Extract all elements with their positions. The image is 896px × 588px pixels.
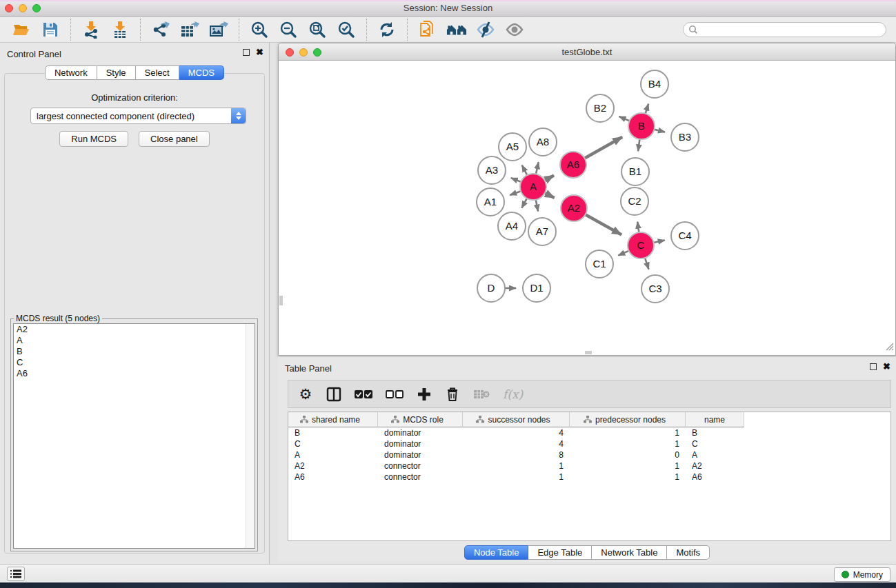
network-window-title: testGlobe.txt — [279, 47, 895, 57]
column-header-successor-nodes[interactable]: successor nodes — [463, 412, 570, 427]
node-table[interactable]: shared nameMCDS rolesuccessor nodesprede… — [288, 412, 891, 541]
column-header-MCDS-role[interactable]: MCDS role — [378, 412, 463, 427]
zoom-fit-icon[interactable] — [307, 19, 328, 40]
optimization-criterion-select[interactable]: largest connected component (directed) — [30, 108, 246, 124]
float-panel-icon[interactable] — [243, 49, 250, 56]
table-cell[interactable]: A — [288, 449, 378, 460]
graph-node-label: B4 — [648, 78, 661, 90]
table-cell[interactable]: A2 — [288, 460, 378, 472]
close-table-panel-icon[interactable]: ✖ — [883, 363, 890, 370]
graph-node-label: A1 — [484, 196, 497, 207]
add-column-icon[interactable] — [417, 386, 432, 403]
close-panel-icon[interactable]: ✖ — [256, 49, 263, 56]
table-cell[interactable]: C — [686, 438, 744, 449]
tab-mcds[interactable]: MCDS — [179, 65, 224, 80]
delete-column-icon[interactable] — [445, 386, 460, 403]
graph-node-label: B1 — [629, 165, 641, 177]
table-cell[interactable]: 1 — [570, 472, 686, 483]
table-panel-tabs: Node TableEdge TableNetwork TableMotifs — [278, 545, 896, 560]
tab-network-table[interactable]: Network Table — [592, 545, 667, 560]
save-session-icon[interactable] — [40, 19, 61, 40]
table-cell[interactable]: 0 — [570, 449, 686, 460]
table-row[interactable]: A6connector11A6 — [288, 472, 890, 483]
export-image-icon[interactable] — [208, 19, 229, 40]
table-cell[interactable]: A2 — [686, 460, 744, 472]
column-header-label: predecessor nodes — [595, 415, 666, 425]
network-graph[interactable]: B4B2BB3A8A5A6A3B1AC2A1A2A4A7C4CC1C3DD1 — [279, 61, 896, 356]
table-row[interactable]: Adominator80A — [288, 449, 890, 460]
table-cell[interactable]: A6 — [686, 472, 744, 483]
mcds-result-item[interactable]: C — [14, 357, 255, 368]
column-visibility-icon[interactable] — [326, 386, 341, 403]
task-history-button[interactable] — [7, 567, 25, 581]
tab-node-table[interactable]: Node Table — [464, 545, 529, 560]
import-table-icon[interactable] — [110, 19, 130, 40]
new-session-from-network-icon[interactable] — [417, 19, 438, 40]
mcds-result-item[interactable]: A2 — [14, 324, 255, 335]
table-cell[interactable]: 1 — [463, 472, 570, 483]
close-panel-button[interactable]: Close panel — [139, 131, 210, 147]
table-cell[interactable]: 8 — [463, 449, 570, 460]
table-row[interactable]: Bdominator41B — [288, 427, 890, 438]
table-cell[interactable]: 1 — [570, 460, 686, 472]
refresh-icon[interactable] — [377, 19, 397, 40]
table-cell[interactable]: 4 — [463, 427, 570, 438]
table-cell[interactable]: B — [686, 427, 744, 438]
table-cell[interactable]: A — [686, 449, 744, 460]
table-cell[interactable]: 1 — [570, 438, 686, 449]
result-scrollbar[interactable] — [246, 324, 255, 548]
search-input[interactable] — [683, 22, 886, 37]
open-file-icon[interactable] — [11, 19, 32, 40]
attribute-type-icon — [476, 416, 484, 423]
deselect-all-checkboxes-icon[interactable] — [386, 386, 404, 403]
table-cell[interactable]: B — [288, 427, 378, 438]
vertical-scrollbar-thumb[interactable] — [279, 296, 283, 305]
column-header-name[interactable]: name — [686, 412, 744, 427]
table-cell[interactable]: connector — [378, 460, 463, 472]
network-window-titlebar[interactable]: testGlobe.txt — [279, 43, 895, 61]
float-table-panel-icon[interactable] — [870, 363, 877, 370]
show-details-icon[interactable] — [504, 19, 525, 40]
memory-button[interactable]: Memory — [834, 567, 890, 582]
table-cell[interactable]: dominator — [378, 438, 463, 449]
tab-edge-table[interactable]: Edge Table — [528, 545, 592, 560]
mcds-result-item[interactable]: B — [14, 346, 255, 357]
import-network-icon[interactable] — [81, 19, 101, 40]
tab-style[interactable]: Style — [97, 65, 136, 80]
table-cell[interactable]: connector — [378, 472, 463, 483]
horizontal-scrollbar-thumb[interactable] — [585, 351, 592, 354]
first-neighbors-icon[interactable] — [446, 19, 467, 40]
mcds-result-list[interactable]: A2ABCA6 — [13, 323, 255, 549]
mcds-result-item[interactable]: A — [14, 335, 255, 346]
mcds-result-item[interactable]: A6 — [14, 368, 255, 379]
table-settings-icon[interactable]: ⚙ — [298, 386, 313, 403]
export-table-icon[interactable] — [179, 19, 200, 40]
table-cell[interactable]: dominator — [378, 427, 463, 438]
run-mcds-button[interactable]: Run MCDS — [59, 131, 128, 147]
tab-select[interactable]: Select — [136, 65, 179, 80]
export-network-icon[interactable] — [150, 19, 171, 40]
column-header-predecessor-nodes[interactable]: predecessor nodes — [570, 412, 686, 427]
resize-grip-icon[interactable] — [884, 341, 894, 354]
table-row[interactable]: Cdominator41C — [288, 438, 890, 449]
table-row[interactable]: A2connector11A2 — [288, 460, 890, 472]
table-cell[interactable]: 1 — [570, 427, 686, 438]
network-canvas[interactable]: B4B2BB3A8A5A6A3B1AC2A1A2A4A7C4CC1C3DD1 — [279, 61, 895, 354]
main-toolbar — [0, 17, 896, 43]
column-header-shared-name[interactable]: shared name — [288, 412, 378, 427]
tab-motifs[interactable]: Motifs — [667, 545, 710, 560]
table-cell[interactable]: A6 — [288, 472, 378, 483]
attribute-type-icon — [391, 416, 399, 423]
zoom-in-icon[interactable] — [249, 19, 270, 40]
combo-stepper-icon[interactable] — [231, 108, 246, 123]
table-cell[interactable]: dominator — [378, 449, 463, 460]
table-cell[interactable]: C — [288, 438, 378, 449]
tab-network[interactable]: Network — [45, 65, 97, 80]
select-all-checkboxes-icon[interactable] — [355, 386, 372, 403]
table-cell[interactable]: 1 — [463, 460, 570, 472]
zoom-selected-icon[interactable] — [336, 19, 357, 40]
hide-details-icon[interactable] — [475, 19, 496, 40]
graph-node-label: A3 — [486, 164, 498, 176]
zoom-out-icon[interactable] — [278, 19, 299, 40]
table-cell[interactable]: 4 — [463, 438, 570, 449]
